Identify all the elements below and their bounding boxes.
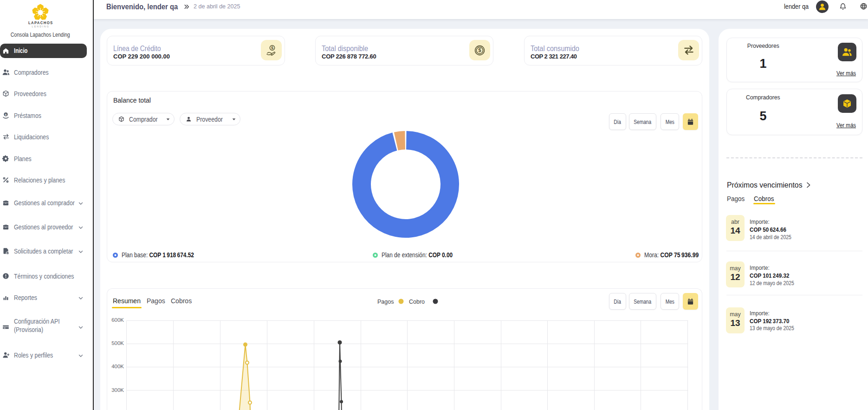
svg-text:$: $	[478, 47, 481, 53]
svg-text:$: $	[271, 46, 273, 50]
